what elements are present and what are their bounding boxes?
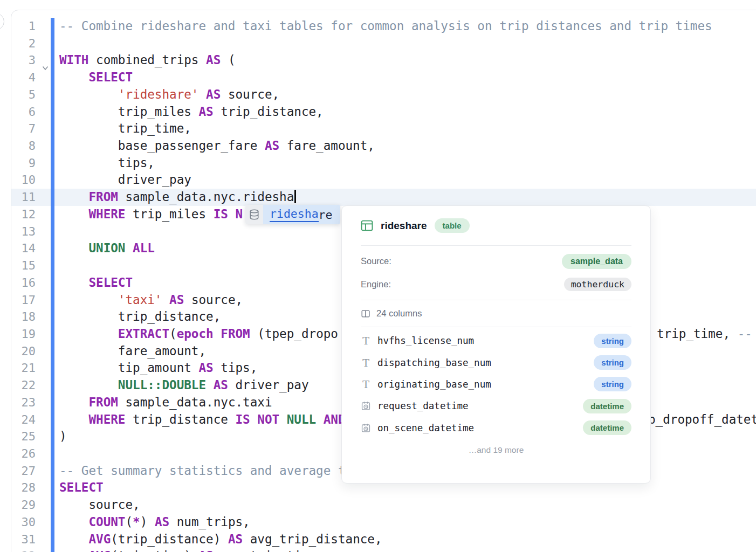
code-text: UNION ALL [59, 240, 155, 257]
code-text: AVG(trip_time) AS avg_trip_time, [59, 548, 324, 552]
column-type-badge: datetime [583, 399, 631, 413]
code-line[interactable]: 3WITH combined_trips AS ( [11, 52, 756, 69]
line-number[interactable]: 24 [11, 411, 36, 429]
code-text: WHERE trip_distance IS NOT NULL AND [59, 411, 346, 429]
database-icon [245, 205, 263, 224]
column-type-badge: datetime [583, 420, 631, 435]
column-row: on_scene_datetimedatetime [361, 417, 631, 439]
code-text: tip_amount AS tips, [59, 360, 257, 377]
code-line[interactable]: 10 driver_pay [11, 171, 756, 189]
code-text: -- Combine rideshare and taxi tables for… [59, 18, 712, 35]
datetime-type-icon [361, 423, 371, 433]
line-number[interactable]: 8 [11, 137, 36, 155]
line-number[interactable]: 27 [11, 463, 36, 480]
code-text: base_passenger_fare AS fare_amount, [59, 137, 375, 155]
code-line[interactable]: 31 AVG(trip_distance) AS avg_trip_distan… [11, 531, 756, 548]
code-text: 'rideshare' AS source, [59, 86, 279, 104]
line-number[interactable]: 12 [11, 206, 36, 223]
code-line[interactable]: 29 source, [11, 496, 756, 514]
line-number[interactable]: 11 [11, 189, 36, 206]
autocomplete-match-text: ridesha [270, 207, 319, 222]
line-number[interactable]: 14 [11, 240, 36, 257]
line-number[interactable]: 29 [11, 496, 36, 514]
code-line[interactable]: 6 trip_miles AS trip_distance, [11, 104, 756, 121]
line-number[interactable]: 6 [11, 104, 36, 121]
column-type-badge: string [594, 377, 631, 391]
line-number[interactable]: 3 [11, 52, 36, 69]
code-text-fragment: p_dropoff_datet [648, 411, 756, 429]
code-text-fragment: trip_time, -- [657, 326, 752, 343]
panel-collapse-handle[interactable] [0, 13, 4, 30]
code-text: NULL::DOUBLE AS driver_pay [59, 377, 309, 394]
line-number[interactable]: 9 [11, 155, 36, 172]
code-text: SELECT [59, 479, 104, 496]
code-text: source, [59, 496, 140, 514]
column-name: dispatching_base_num [377, 357, 491, 368]
line-number[interactable]: 23 [11, 394, 36, 411]
table-kind-badge: table [435, 218, 470, 233]
column-row: Tdispatching_base_numstring [361, 351, 631, 373]
datetime-type-icon [361, 401, 371, 411]
code-line[interactable]: 8 base_passenger_fare AS fare_amount, [11, 137, 756, 155]
line-number[interactable]: 25 [11, 428, 36, 445]
code-text: ) [59, 428, 67, 445]
line-number[interactable]: 21 [11, 360, 36, 377]
code-line[interactable]: 2 [11, 35, 756, 52]
line-number[interactable]: 13 [11, 223, 36, 240]
code-text: trip_time, [59, 120, 191, 137]
code-text: fare_amount, [59, 343, 206, 360]
code-text: trip_distance, [59, 308, 221, 326]
text-type-icon: T [361, 378, 371, 390]
autocomplete-rest-text: re [319, 208, 333, 222]
line-number[interactable]: 20 [11, 343, 36, 360]
line-number[interactable]: 1 [11, 18, 36, 35]
code-text: FROM sample_data.nyc.ridesha [59, 189, 296, 206]
line-number[interactable]: 26 [11, 445, 36, 463]
column-row: Thvfhs_license_numstring [361, 330, 631, 351]
engine-label: Engine: [361, 279, 391, 289]
line-number[interactable]: 19 [11, 326, 36, 343]
line-number[interactable]: 2 [11, 35, 36, 52]
code-line[interactable]: 11 FROM sample_data.nyc.ridesha [11, 189, 756, 206]
code-text: WHERE trip_miles IS N [59, 206, 243, 223]
source-row: Source: sample_data [361, 250, 631, 273]
code-line[interactable]: 9 tips, [11, 155, 756, 172]
engine-value-badge: motherduck [564, 278, 631, 291]
source-label: Source: [361, 256, 391, 266]
column-type-badge: string [594, 334, 631, 348]
line-number[interactable]: 31 [11, 531, 36, 548]
line-number[interactable]: 5 [11, 86, 36, 104]
line-number[interactable]: 22 [11, 377, 36, 394]
table-info-card: rideshare table Source: sample_data Engi… [341, 205, 651, 484]
line-number[interactable]: 10 [11, 171, 36, 189]
table-info-header: rideshare table [361, 206, 631, 246]
line-number[interactable]: 18 [11, 308, 36, 326]
code-line[interactable]: 7 trip_time, [11, 120, 756, 137]
code-line[interactable]: 30 COUNT(*) AS num_trips, [11, 514, 756, 531]
source-value-badge: sample_data [562, 254, 631, 269]
column-name: on_scene_datetime [377, 423, 474, 433]
column-type-badge: string [594, 355, 631, 370]
code-line[interactable]: 1-- Combine rideshare and taxi tables fo… [11, 18, 756, 35]
code-text: COUNT(*) AS num_trips, [59, 514, 250, 531]
code-text: SELECT [59, 274, 133, 292]
code-line[interactable]: 32 AVG(trip_time) AS avg_trip_time, [11, 548, 756, 552]
line-number[interactable]: 7 [11, 120, 36, 137]
column-row: Toriginating_base_numstring [361, 374, 631, 395]
line-number[interactable]: 15 [11, 257, 36, 274]
code-text: AVG(trip_distance) AS avg_trip_distance, [59, 531, 382, 548]
column-row: request_datetimedatetime [361, 395, 631, 417]
line-number[interactable]: 4 [11, 69, 36, 86]
line-number[interactable]: 30 [11, 514, 36, 531]
columns-count-row: 24 columns [361, 300, 631, 327]
code-line[interactable]: 4 SELECT [11, 69, 756, 86]
line-number[interactable]: 16 [11, 274, 36, 292]
line-number[interactable]: 32 [11, 548, 36, 552]
line-number[interactable]: 17 [11, 292, 36, 309]
engine-row: Engine: motherduck [361, 273, 631, 296]
line-number[interactable]: 28 [11, 479, 36, 496]
text-type-icon: T [361, 335, 371, 347]
autocomplete-item-rideshare[interactable]: rideshare [263, 205, 340, 224]
code-text: trip_miles AS trip_distance, [59, 104, 324, 121]
code-line[interactable]: 5 'rideshare' AS source, [11, 86, 756, 104]
